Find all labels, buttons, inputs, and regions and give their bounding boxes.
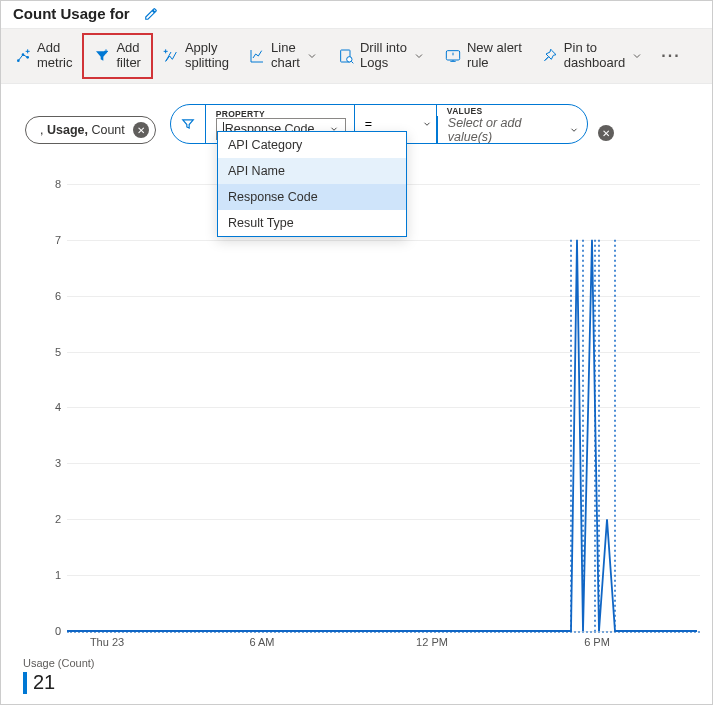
- remove-filter-button[interactable]: ✕: [598, 125, 614, 141]
- drill-logs-label: Drill into Logs: [360, 41, 407, 71]
- svg-point-4: [347, 57, 352, 62]
- chevron-down-icon: [422, 119, 432, 129]
- dropdown-item[interactable]: Result Type: [218, 210, 406, 236]
- add-filter-button[interactable]: Add filter: [82, 33, 153, 79]
- pin-label: Pin to dashboard: [564, 41, 625, 71]
- dropdown-item[interactable]: API Category: [218, 132, 406, 158]
- close-icon[interactable]: ✕: [133, 122, 149, 138]
- line-chart-label: Line chart: [271, 41, 300, 71]
- metric-pill-text: , Usage, Count: [40, 123, 125, 137]
- pin-button[interactable]: Pin to dashboard: [532, 35, 653, 77]
- add-metric-label: Add metric: [37, 41, 72, 71]
- more-button[interactable]: ···: [653, 41, 688, 71]
- metric-pill[interactable]: , Usage, Count ✕: [25, 116, 156, 144]
- drill-logs-button[interactable]: Drill into Logs: [328, 35, 435, 77]
- values-placeholder: Select or add value(s): [448, 116, 569, 144]
- new-alert-label: New alert rule: [467, 41, 522, 71]
- dropdown-item[interactable]: API Name: [218, 158, 406, 184]
- operator-value: =: [365, 117, 372, 131]
- add-filter-label: Add filter: [116, 41, 141, 71]
- page-title: Count Usage for: [13, 5, 130, 22]
- new-alert-button[interactable]: New alert rule: [435, 35, 532, 77]
- legend: Usage (Count) 21: [23, 657, 95, 694]
- apply-splitting-button[interactable]: Apply splitting: [153, 35, 239, 77]
- property-dropdown: API CategoryAPI NameResponse CodeResult …: [217, 131, 407, 237]
- legend-value: 21: [33, 671, 55, 694]
- filter-icon: [171, 105, 205, 143]
- chevron-down-icon: [306, 50, 318, 62]
- legend-swatch: [23, 672, 27, 694]
- values-select[interactable]: Select or add value(s): [437, 116, 587, 144]
- toolbar: Add metric Add filter Apply splitting Li…: [1, 28, 712, 84]
- page-header: Count Usage for: [1, 1, 712, 28]
- add-metric-button[interactable]: Add metric: [5, 35, 82, 77]
- legend-label: Usage (Count): [23, 657, 95, 669]
- chevron-down-icon: [569, 125, 579, 135]
- svg-rect-5: [446, 51, 459, 60]
- edit-icon[interactable]: [144, 7, 158, 21]
- chevron-down-icon: [631, 50, 643, 62]
- apply-splitting-label: Apply splitting: [185, 41, 229, 71]
- dropdown-item[interactable]: Response Code: [218, 184, 406, 210]
- values-header: VALUES: [437, 104, 587, 116]
- line-chart-button[interactable]: Line chart: [239, 35, 328, 77]
- chevron-down-icon: [413, 50, 425, 62]
